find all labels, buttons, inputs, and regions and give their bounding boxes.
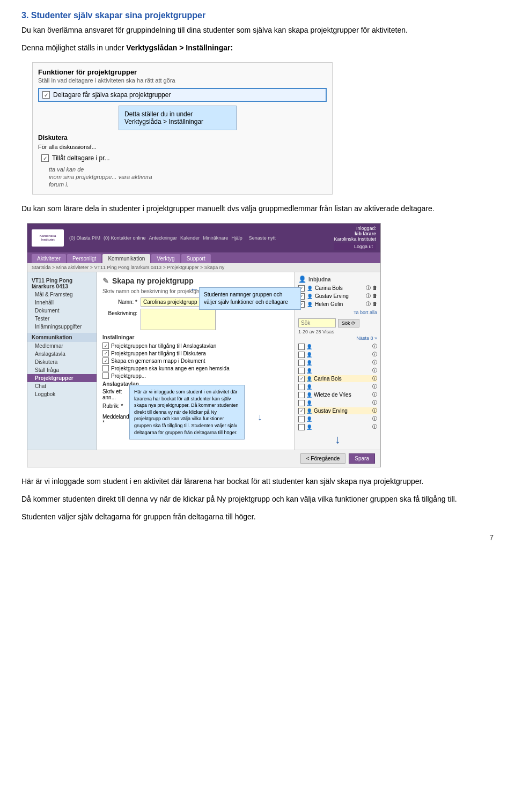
ss2-cand-info3[interactable]: ⓘ: [372, 359, 377, 366]
ss2-bottom-buttons: < Föregående Spara: [27, 450, 380, 467]
ss2-sidebar-medlemmar[interactable]: Medlemmar: [27, 342, 97, 350]
ss1-italic3: forum i.: [49, 181, 327, 188]
ss2-tooltip1: Studenten namnger gruppen och väljer sjä…: [199, 287, 301, 310]
ss2-search-input[interactable]: [298, 318, 336, 327]
ss2-logo: Karolinska Institutet: [32, 229, 64, 247]
ss2-cb5-row: Projektgrupp...: [102, 373, 289, 379]
ss2-nav-support[interactable]: Support: [181, 254, 211, 263]
ss2-cand-name-carina: Carina Bols: [314, 376, 342, 382]
ss2-cand-info6[interactable]: ⓘ: [372, 399, 377, 406]
ss2-sidebar-mål[interactable]: Mål & Framsteg: [27, 290, 97, 299]
ss2-invited-remove3[interactable]: ⓘ 🗑: [366, 301, 377, 308]
ss2-cand-info-carina[interactable]: ⓘ: [372, 375, 377, 382]
ss2-cand-info2[interactable]: ⓘ: [372, 351, 377, 358]
ss2-topbar: Karolinska Institutet (0) Olasta PIM (0)…: [27, 224, 380, 252]
ss2-notes-link: Anteckningar: [149, 235, 178, 241]
ss2-cand-info4[interactable]: ⓘ: [372, 367, 377, 374]
ss2-sidebar-loggbok[interactable]: Loggbok: [27, 390, 97, 398]
ss2-sidebar: VT11 Ping Pong lärarkurs 0413 Mål & Fram…: [27, 272, 97, 450]
ss1-diskutera-subtitle: För alla diskussionsf...: [38, 144, 327, 150]
ss2-nav-personligt[interactable]: Personligt: [67, 254, 101, 263]
ss2-inbjudna-header: 👤 Inbjudna: [298, 275, 377, 283]
ss2-candidate-wietze: 👤 Wietze de Vries ⓘ: [298, 391, 377, 398]
ss2-sidebar-diskutera[interactable]: Diskutera: [27, 358, 97, 366]
ss2-nav-kommunikation[interactable]: Kommunikation: [102, 254, 150, 263]
ss2-candidate-4: 👤 ⓘ: [298, 367, 377, 374]
ss2-search-button[interactable]: Sök ⟳: [338, 319, 359, 327]
ss2-sidebar-dokument[interactable]: Dokument: [27, 307, 97, 315]
ss1-diskutera-title: Diskutera: [38, 134, 327, 141]
ss2-cb1: [102, 342, 109, 349]
ss2-cand-cb2: [298, 352, 305, 358]
ss1-tooltip-text: Detta ställer du in under Verktygslåda >…: [124, 110, 203, 125]
ss2-cand-info8[interactable]: ⓘ: [372, 423, 377, 430]
ss2-breadcrumb: Startsida > Mina aktiviteter > VT11 Ping…: [27, 263, 380, 272]
ss2-invited-remove2[interactable]: ⓘ 🗑: [366, 293, 377, 300]
ss2-cb4: [102, 365, 109, 371]
ss1-checkbox2-label: Tillåt deltagare i pr...: [52, 154, 110, 162]
ss2-inloggad-inst: Karolinska Institutet: [334, 236, 376, 242]
ss2-cand-info1[interactable]: ⓘ: [372, 343, 377, 350]
screenshot1: Funktioner för projektgrupper Ställ in v…: [32, 62, 333, 195]
ss1-tooltip: Detta ställer du in under Verktygslåda >…: [119, 106, 237, 130]
para6: Studenten väljer själv deltagarna för gr…: [21, 511, 494, 523]
ss2-sidebar-projektgrupper[interactable]: Projektgrupper: [27, 374, 97, 382]
ss2-cand-cb-wietze: [298, 392, 305, 398]
ss1-checkbox1: [42, 91, 50, 99]
ss2-invited-carina: 👤 Carina Bols ⓘ 🗑: [298, 285, 377, 292]
ss2-cb1-label: Projektgruppen har tillgång till Anslags…: [111, 343, 216, 349]
ss2-cand-info-wietze[interactable]: ⓘ: [372, 391, 377, 398]
ss2-contacts-link: (0) Kontakter online: [104, 235, 146, 241]
ss2-name-label: Namn: *: [102, 297, 137, 305]
ss2-save-button[interactable]: Spara: [349, 453, 375, 464]
ss2-candidate-1: 👤 ⓘ: [298, 343, 377, 350]
ss2-nav-aktiviteter[interactable]: Aktiviteter: [32, 254, 66, 263]
ss2-sidebar-innehall[interactable]: Innehåll: [27, 299, 97, 307]
ss2-remove-all-link[interactable]: Ta bort alla: [298, 310, 377, 315]
para2-bold: Verktygslådan > Inställningar:: [126, 43, 233, 52]
ss2-logga-ut-button[interactable]: Logga ut: [334, 243, 376, 250]
ss2-miniraknare-link: Miniräknare: [203, 235, 228, 241]
ss2-sidebar-tester[interactable]: Tester: [27, 315, 97, 323]
ss2-sidebar-inlamning[interactable]: Inlämningsuppgifter: [27, 323, 97, 331]
ss2-cand-cb-carina: [298, 376, 305, 382]
ss1-checkbox2-row: Tillåt deltagare i pr...: [38, 152, 327, 164]
ss2-cand-info7[interactable]: ⓘ: [372, 415, 377, 422]
ss2-arrow2: ↓: [258, 412, 262, 423]
ss2-tooltip2: Här är vi inloggade som student i en akt…: [129, 385, 245, 439]
ss2-tooltip1-text: Studenten namnger gruppen och väljer sjä…: [204, 292, 288, 305]
ss2-results-info: 1-20 av 28 Visas: [298, 329, 377, 334]
ss2-navbar: Aktiviteter Personligt Kommunikation Ver…: [27, 252, 380, 263]
ss2-sidebar-stallfrage[interactable]: Ställ fråga: [27, 366, 97, 374]
ss2-cb3-label: Skapa en gemensam mapp i Dokument: [111, 358, 205, 364]
ss2-course-name: VT11 Ping Pong lärarkurs 0413: [27, 275, 97, 290]
ss2-sidebar-chat[interactable]: Chat: [27, 382, 97, 390]
ss2-cand-cb4: [298, 368, 305, 374]
ss2-desc-label: Beskrivning:: [102, 309, 137, 316]
ss2-invited-helen: 👤 Helen Gelin ⓘ 🗑: [298, 301, 377, 308]
ss2-cand-cb5: [298, 384, 305, 390]
para3: Du kan som lärare dela in studenter i pr…: [21, 203, 494, 214]
ss2-candidate-6: 👤 ⓘ: [298, 399, 377, 406]
ss2-cb2-label: Projektgruppen har tillgång till Diskute…: [111, 351, 206, 356]
ss2-invited-name1: Carina Bols: [315, 285, 343, 291]
ss2-inbjudna-title: Inbjudna: [308, 277, 331, 282]
para4: Här är vi inloggade som student i en akt…: [21, 476, 494, 487]
ss2-calendar-link: Kalender: [180, 235, 200, 241]
ss2-candidate-2: 👤 ⓘ: [298, 351, 377, 358]
page-number: 7: [21, 533, 494, 542]
ss2-back-button[interactable]: < Föregående: [300, 453, 346, 464]
ss2-next-link[interactable]: Nästa 8 »: [298, 336, 377, 341]
ss2-cand-info5[interactable]: ⓘ: [372, 383, 377, 390]
ss1-checkbox1-row: Deltagare får själva skapa projektgruppe…: [38, 88, 327, 102]
ss2-rightpanel: 👤 Inbjudna 👤 Carina Bols ⓘ 🗑 👤 Gustav Er…: [295, 272, 380, 450]
ss2-sidebar-anslagstavla[interactable]: Anslagstavla: [27, 350, 97, 358]
ss2-cand-cb6: [298, 400, 305, 406]
ss2-cand-cb3: [298, 360, 305, 366]
ss2-nav-verktyg[interactable]: Verktyg: [151, 254, 180, 263]
ss2-desc-textarea[interactable]: [141, 309, 216, 330]
ss2-desc-group: Beskrivning:: [102, 309, 289, 330]
ss1-checkbox1-label: Deltagare får själva skapa projektgruppe…: [53, 91, 171, 99]
ss2-cand-info-gustav[interactable]: ⓘ: [372, 407, 377, 414]
ss2-invited-remove1[interactable]: ⓘ 🗑: [366, 285, 377, 292]
